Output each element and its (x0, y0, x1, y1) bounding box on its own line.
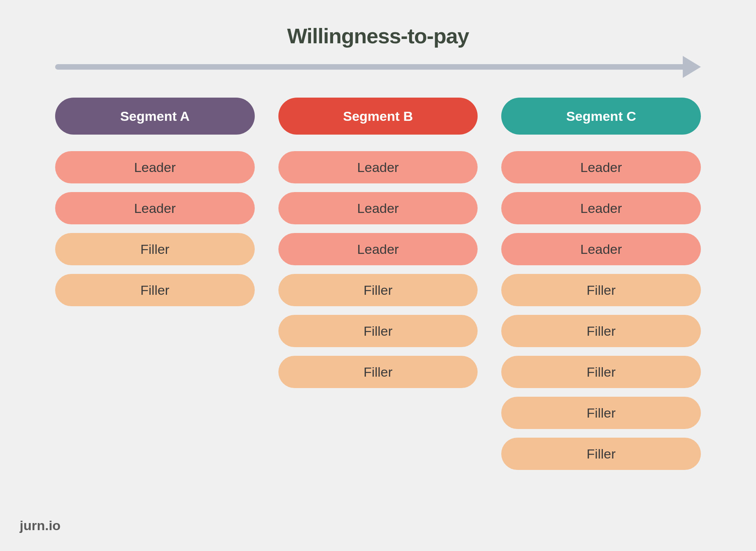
wtp-arrow (55, 56, 701, 78)
leader-pill: Leader (278, 192, 478, 224)
leader-pill: Leader (501, 233, 701, 265)
leader-pill: Leader (278, 151, 478, 183)
diagram-title: Willingness-to-pay (47, 24, 709, 48)
segment-column: Segment CLeaderLeaderLeaderFillerFillerF… (501, 98, 701, 470)
source-attribution: jurn.io (20, 518, 61, 533)
leader-pill: Leader (501, 192, 701, 224)
filler-pill: Filler (55, 233, 255, 265)
filler-pill: Filler (278, 315, 478, 347)
filler-pill: Filler (501, 315, 701, 347)
arrow-head-icon (683, 56, 701, 78)
filler-pill: Filler (501, 397, 701, 429)
segment-columns: Segment ALeaderLeaderFillerFillerSegment… (47, 98, 709, 470)
filler-pill: Filler (55, 274, 255, 306)
filler-pill: Filler (501, 274, 701, 306)
segment-header: Segment B (278, 98, 478, 135)
segment-header: Segment A (55, 98, 255, 135)
arrow-line (55, 64, 684, 70)
leader-pill: Leader (501, 151, 701, 183)
filler-pill: Filler (278, 356, 478, 388)
segment-header: Segment C (501, 98, 701, 135)
leader-pill: Leader (278, 233, 478, 265)
segment-column: Segment ALeaderLeaderFillerFiller (55, 98, 255, 470)
filler-pill: Filler (501, 356, 701, 388)
filler-pill: Filler (501, 438, 701, 470)
segment-column: Segment BLeaderLeaderLeaderFillerFillerF… (278, 98, 478, 470)
leader-pill: Leader (55, 151, 255, 183)
filler-pill: Filler (278, 274, 478, 306)
leader-pill: Leader (55, 192, 255, 224)
